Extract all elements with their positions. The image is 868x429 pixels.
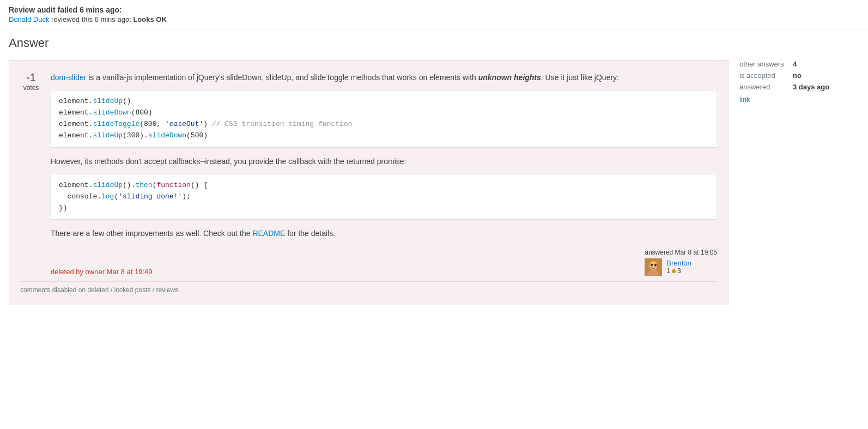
- para3-post: for the details.: [285, 229, 335, 238]
- reviewer-link[interactable]: Donald Duck: [9, 15, 49, 23]
- user-details: Brenton 1 3: [666, 259, 691, 275]
- is-accepted-value: no: [793, 71, 802, 80]
- vote-section: -1 votes: [20, 71, 42, 276]
- other-answers-row: other answers 4: [739, 60, 859, 68]
- para1-pre: is a vanilla-js implementation of jQuery…: [86, 73, 478, 82]
- answer-footer: deleted by owner Mar 8 at 19:49 answered…: [51, 249, 717, 276]
- page-section-title: Answer: [0, 29, 868, 55]
- is-accepted-label: is accepted: [739, 71, 788, 80]
- other-answers-value: 4: [793, 60, 797, 68]
- dom-slider-link[interactable]: dom-slider: [51, 73, 86, 82]
- audit-detail: Donald Duck reviewed this 6 mins ago: Lo…: [9, 15, 859, 23]
- answered-time: answered Mar 8 at 19:05: [645, 249, 717, 256]
- answer-content: -1 votes dom-slider is a vanilla-js impl…: [20, 71, 717, 276]
- answer-paragraph-1: dom-slider is a vanilla-js implementatio…: [51, 71, 717, 83]
- review-detail-text: reviewed this 6 mins ago:: [51, 15, 131, 23]
- answered-box: answered Mar 8 at 19:05: [645, 249, 717, 276]
- para1-bold: unknown heights: [478, 73, 541, 82]
- answered-value: 3 days ago: [793, 83, 829, 91]
- comments-footer: comments disabled on deleted / locked po…: [20, 281, 717, 294]
- vote-count: -1: [26, 71, 36, 84]
- review-audit-banner: Review audit failed 6 mins ago: Donald D…: [0, 0, 868, 29]
- reputation-dot: [672, 269, 676, 273]
- svg-point-4: [654, 263, 657, 266]
- avatar: [645, 258, 662, 276]
- answered-label: answered: [739, 83, 788, 91]
- audit-title: Review audit failed 6 mins ago:: [9, 5, 859, 14]
- answered-row: answered 3 days ago: [739, 83, 859, 91]
- user-reputation: 1 3: [666, 267, 691, 275]
- readme-link[interactable]: README: [252, 229, 285, 238]
- main-layout: -1 votes dom-slider is a vanilla-js impl…: [0, 55, 868, 311]
- sidebar-link[interactable]: link: [739, 95, 859, 104]
- svg-point-3: [651, 263, 653, 266]
- para3-pre: There are a few other improvements as we…: [51, 229, 252, 238]
- badge-count: 3: [677, 267, 681, 275]
- answer-text: dom-slider is a vanilla-js implementatio…: [51, 71, 717, 276]
- answer-paragraph-3: There are a few other improvements as we…: [51, 227, 717, 239]
- sidebar: other answers 4 is accepted no answered …: [739, 60, 859, 305]
- answer-body: -1 votes dom-slider is a vanilla-js impl…: [9, 60, 729, 305]
- vote-label: votes: [23, 84, 39, 92]
- code-block-1: element.slideUp() element.slideDown(800)…: [51, 90, 717, 147]
- deleted-notice: deleted by owner Mar 8 at 19:49: [51, 268, 152, 276]
- answer-paragraph-2: However, its methods don't accept callba…: [51, 155, 717, 167]
- user-info: Brenton 1 3: [645, 258, 717, 276]
- review-action: Looks OK: [133, 15, 166, 23]
- rep-count: 1: [666, 267, 670, 275]
- user-name-link[interactable]: Brenton: [666, 259, 691, 267]
- code-block-2: element.slideUp().then(function() { cons…: [51, 174, 717, 220]
- is-accepted-row: is accepted no: [739, 71, 859, 80]
- sidebar-stats: other answers 4 is accepted no answered …: [739, 60, 859, 104]
- other-answers-label: other answers: [739, 60, 788, 68]
- para1-post: . Use it just like jQuery:: [541, 73, 619, 82]
